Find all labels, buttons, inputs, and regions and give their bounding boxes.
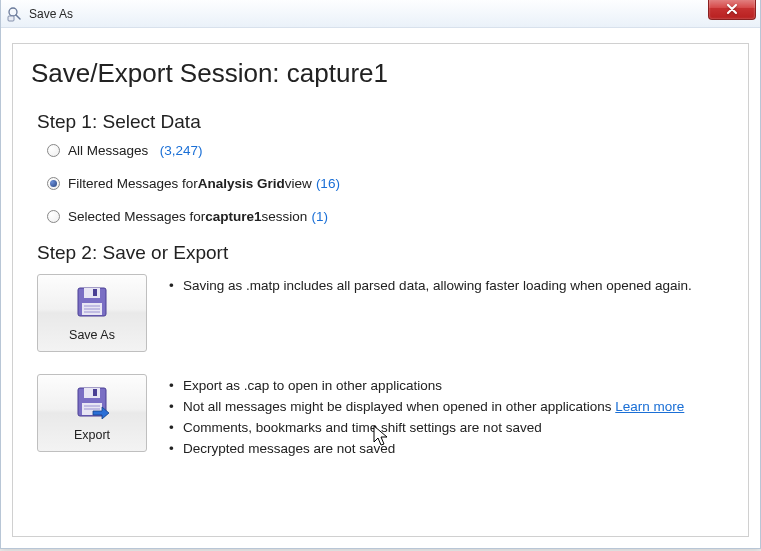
bullet-text: Comments, bookmarks and time shift setti… [183, 418, 542, 439]
radio-label-bold: capture1 [205, 209, 261, 224]
export-row: Export •Export as .cap to open in other … [37, 374, 730, 460]
bullet-text: Not all messages might be displayed when… [183, 399, 615, 414]
step2-heading: Step 2: Save or Export [37, 242, 730, 264]
radio-icon [47, 210, 60, 223]
bullet-text: Decrypted messages are not saved [183, 439, 395, 460]
svg-line-1 [16, 15, 20, 19]
radio-label-prefix: Filtered Messages for [68, 176, 198, 191]
saveas-row: Save As •Saving as .matp includes all pa… [37, 274, 730, 352]
close-button[interactable] [708, 0, 756, 20]
button-label: Export [74, 428, 110, 442]
radio-icon [47, 144, 60, 157]
save-as-button[interactable]: Save As [37, 274, 147, 352]
export-bullets: •Export as .cap to open in other applica… [169, 374, 684, 460]
floppy-icon [75, 285, 109, 322]
svg-rect-12 [93, 389, 97, 396]
window-title: Save As [29, 7, 73, 21]
radio-selected-messages[interactable]: Selected Messages for capture1 session (… [47, 209, 730, 224]
count-link[interactable]: (16) [316, 176, 340, 191]
svg-rect-11 [84, 388, 100, 398]
svg-rect-5 [93, 289, 97, 296]
radio-icon [47, 177, 60, 190]
app-icon [7, 6, 23, 22]
count-link[interactable]: (1) [311, 209, 328, 224]
saveas-bullets: •Saving as .matp includes all parsed dat… [169, 274, 692, 297]
step1-heading: Step 1: Select Data [37, 111, 730, 133]
radio-filtered-messages[interactable]: Filtered Messages for Analysis Grid view… [47, 176, 730, 191]
bullet-text: Export as .cap to open in other applicat… [183, 376, 442, 397]
svg-rect-2 [8, 16, 14, 21]
floppy-export-icon [75, 385, 109, 422]
radio-label-suffix: session [262, 209, 308, 224]
bullet-text: Saving as .matp includes all parsed data… [183, 276, 692, 297]
titlebar: Save As [1, 0, 760, 28]
radio-label-bold: Analysis Grid [198, 176, 285, 191]
radio-label: All Messages [68, 143, 148, 158]
svg-rect-4 [84, 288, 100, 298]
dialog-body: Save/Export Session: capture1 Step 1: Se… [12, 43, 749, 537]
count-link[interactable]: (3,247) [160, 143, 203, 158]
radio-label-prefix: Selected Messages for [68, 209, 205, 224]
save-as-dialog: Save As Save/Export Session: capture1 St… [0, 0, 761, 549]
export-button[interactable]: Export [37, 374, 147, 452]
learn-more-link[interactable]: Learn more [615, 399, 684, 414]
page-title: Save/Export Session: capture1 [31, 58, 730, 89]
radio-all-messages[interactable]: All Messages (3,247) [47, 143, 730, 158]
button-label: Save As [69, 328, 115, 342]
radio-label-suffix: view [285, 176, 312, 191]
